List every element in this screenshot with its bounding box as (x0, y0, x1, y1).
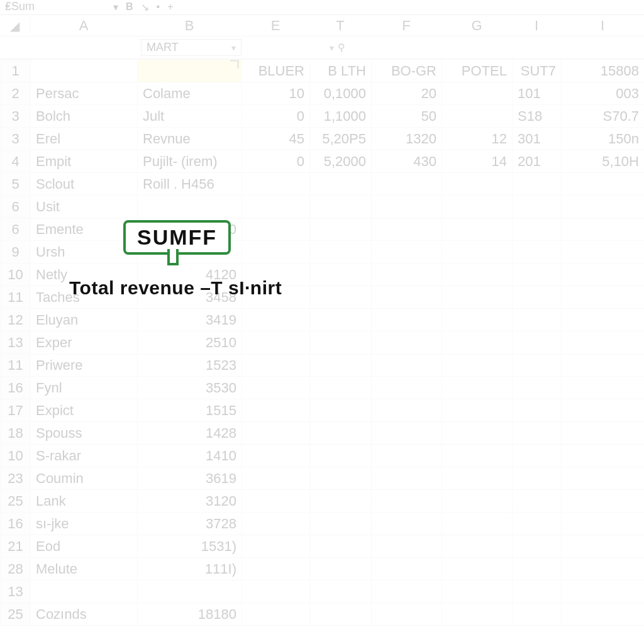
cell[interactable]: 1523 (138, 354, 242, 377)
cell[interactable] (310, 377, 372, 399)
cell[interactable] (442, 218, 513, 241)
cell[interactable]: S-rakar (31, 445, 138, 467)
row-number[interactable]: 25 (1, 603, 31, 626)
cell[interactable] (442, 264, 513, 286)
cell[interactable] (242, 196, 310, 218)
cell[interactable] (562, 354, 645, 377)
cell[interactable]: Usit (31, 196, 138, 218)
cell[interactable] (562, 445, 645, 467)
cell[interactable] (372, 535, 442, 558)
cell[interactable] (310, 399, 372, 422)
row-number[interactable]: 28 (1, 558, 31, 580)
cell[interactable] (513, 196, 562, 218)
cell[interactable] (562, 535, 645, 558)
cell[interactable] (442, 399, 513, 422)
row-number[interactable]: 12 (1, 309, 31, 331)
row-number[interactable]: 16 (1, 513, 31, 535)
cell[interactable]: 1410 (138, 445, 242, 467)
col-label[interactable]: B LTH (310, 60, 372, 82)
cell[interactable]: Cozınds (31, 603, 138, 626)
cell[interactable]: 3728 (138, 513, 242, 535)
cell[interactable]: 10 (242, 82, 310, 105)
cell[interactable] (242, 513, 310, 535)
cell[interactable] (31, 60, 138, 82)
cell[interactable] (372, 309, 442, 331)
col-header-G[interactable]: G (441, 18, 512, 34)
cell[interactable] (562, 558, 645, 580)
cell[interactable] (372, 445, 442, 467)
cell[interactable]: Persac (31, 82, 138, 105)
cell[interactable]: 1531) (138, 535, 242, 558)
col-header-B[interactable]: B (137, 18, 242, 34)
cell[interactable]: 20 (372, 82, 442, 105)
cell[interactable]: Melute (31, 558, 138, 580)
cell[interactable] (372, 241, 442, 264)
cell[interactable]: 111I) (138, 558, 242, 580)
cell[interactable]: Jult (138, 105, 242, 128)
cell[interactable] (513, 264, 562, 286)
cell[interactable] (372, 580, 442, 603)
cell[interactable]: Erel (31, 128, 138, 150)
cell[interactable] (310, 490, 372, 513)
cell[interactable] (310, 286, 372, 309)
cell[interactable]: Spouss (31, 422, 138, 445)
cell[interactable] (562, 331, 645, 354)
cell[interactable]: Roill . H456 (138, 173, 242, 196)
cell[interactable] (372, 603, 442, 626)
dot-icon[interactable]: • (157, 1, 160, 13)
caret-down-icon[interactable]: ▾ (113, 1, 118, 13)
plus-icon[interactable]: + (167, 1, 173, 13)
cell[interactable] (562, 513, 645, 535)
cell[interactable] (562, 377, 645, 399)
cell[interactable] (513, 535, 562, 558)
cell[interactable] (442, 105, 513, 128)
cell[interactable] (242, 173, 310, 196)
cell[interactable]: 5,2000 (310, 150, 372, 173)
cell[interactable] (513, 218, 562, 241)
row-number[interactable]: 21 (1, 535, 31, 558)
cell[interactable]: 430 (372, 150, 442, 173)
cell[interactable]: 45 (242, 128, 310, 150)
cell[interactable] (372, 399, 442, 422)
cell[interactable] (310, 445, 372, 467)
cell[interactable] (562, 422, 645, 445)
col-label[interactable]: 15808 (562, 60, 645, 82)
cell[interactable] (442, 513, 513, 535)
cell[interactable]: 12 (442, 128, 513, 150)
cell[interactable] (310, 603, 372, 626)
cell[interactable] (442, 286, 513, 309)
col-header-A[interactable]: A (30, 18, 137, 34)
cell[interactable] (562, 603, 645, 626)
cell[interactable] (310, 264, 372, 286)
cell[interactable]: 2510 (138, 331, 242, 354)
col-label[interactable]: SUT7 (513, 60, 562, 82)
cell[interactable]: 101 (513, 82, 562, 105)
cell[interactable] (442, 82, 513, 105)
cell[interactable] (372, 422, 442, 445)
col-header-Ic[interactable]: I (512, 18, 561, 34)
row-number[interactable]: 2 (1, 82, 31, 105)
cell[interactable] (372, 173, 442, 196)
cell[interactable] (513, 490, 562, 513)
cell[interactable]: Revnue (138, 128, 242, 150)
arrow-icon[interactable]: ↘ (141, 1, 149, 13)
row-number[interactable]: 11 (1, 354, 31, 377)
cell[interactable] (513, 513, 562, 535)
cell[interactable]: S18 (513, 105, 562, 128)
cell[interactable] (372, 490, 442, 513)
cell[interactable]: Pujilt- (irem) (138, 150, 242, 173)
cell[interactable] (513, 445, 562, 467)
cell[interactable]: 301 (513, 128, 562, 150)
cell[interactable]: 1320 (372, 128, 442, 150)
cell[interactable] (372, 354, 442, 377)
col-label[interactable]: BLUER (242, 60, 310, 82)
cell[interactable] (310, 558, 372, 580)
col-header-F[interactable]: F (371, 18, 441, 34)
cell[interactable] (442, 241, 513, 264)
cell[interactable] (372, 196, 442, 218)
cell[interactable] (310, 173, 372, 196)
row-number[interactable]: 25 (1, 490, 31, 513)
cell[interactable] (242, 580, 310, 603)
cell[interactable]: Empit (31, 150, 138, 173)
cell[interactable] (562, 196, 645, 218)
